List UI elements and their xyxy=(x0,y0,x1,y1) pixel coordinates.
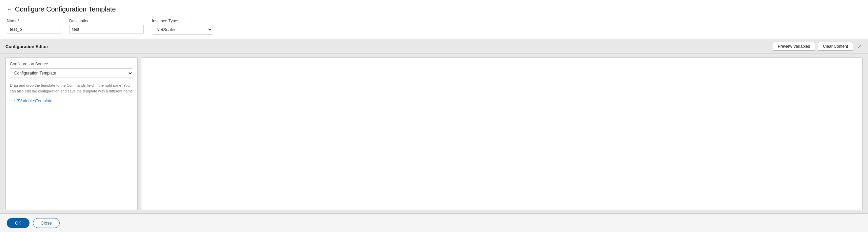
config-editor-body: Configuration Source Configuration Templ… xyxy=(0,54,868,213)
ok-button[interactable]: OK xyxy=(7,218,29,228)
form-row: Name* Description Instance Type* NetScal… xyxy=(0,16,868,39)
instance-type-select[interactable]: NetScaler xyxy=(152,25,213,35)
footer-bar: OK Close xyxy=(0,214,868,232)
instance-type-field: Instance Type* NetScaler xyxy=(152,19,213,35)
description-input[interactable] xyxy=(69,25,144,34)
config-editor-title: Configuration Editor xyxy=(5,44,48,49)
right-pane[interactable] xyxy=(141,57,863,210)
left-pane: Configuration Source Configuration Templ… xyxy=(5,57,138,210)
config-editor-header: Configuration Editor Preview Variables C… xyxy=(0,39,868,54)
name-input[interactable] xyxy=(7,25,61,34)
description-field: Description xyxy=(69,19,144,34)
name-label: Name* xyxy=(7,19,61,23)
page-wrapper: ← Configure Configuration Template Name*… xyxy=(0,0,868,232)
config-source-select[interactable]: Configuration Template xyxy=(10,68,133,78)
expand-icon[interactable]: ⤢ xyxy=(856,42,863,50)
name-field: Name* xyxy=(7,19,61,34)
config-editor-section: Configuration Editor Preview Variables C… xyxy=(0,39,868,214)
template-item[interactable]: + LBVariablesTemplate xyxy=(10,99,133,103)
template-expand-icon: + xyxy=(10,99,12,103)
instance-type-label: Instance Type* xyxy=(152,19,213,23)
page-header: ← Configure Configuration Template xyxy=(0,0,868,16)
description-label: Description xyxy=(69,19,144,23)
clear-content-button[interactable]: Clear Content xyxy=(818,42,853,51)
close-button[interactable]: Close xyxy=(33,218,60,228)
config-source-label: Configuration Source xyxy=(10,62,133,66)
hint-text: Drag and drop the template to the Comman… xyxy=(10,83,133,94)
template-item-label[interactable]: LBVariablesTemplate xyxy=(14,99,53,103)
back-button[interactable]: ← xyxy=(7,6,12,13)
header-buttons: Preview Variables Clear Content ⤢ xyxy=(773,42,863,51)
page-title: Configure Configuration Template xyxy=(15,5,116,13)
preview-variables-button[interactable]: Preview Variables xyxy=(773,42,815,51)
